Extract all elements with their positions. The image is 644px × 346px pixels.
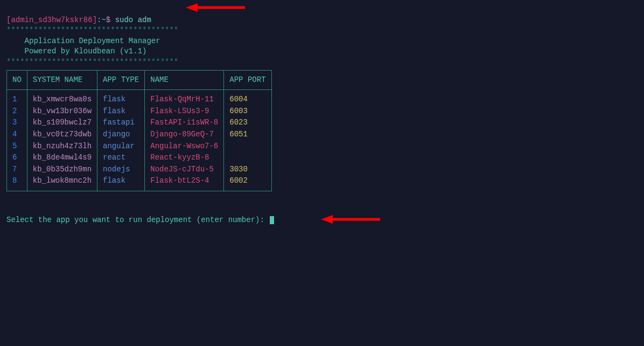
cell-system: kb_nzuh4z73lh	[27, 141, 97, 153]
header-port: APP PORT	[224, 70, 271, 90]
cell-port: 6023	[224, 117, 271, 129]
cell-port: 6051	[224, 129, 271, 141]
cell-no: 5	[7, 141, 27, 153]
cell-name: Flask-btL2S-4	[145, 175, 224, 191]
cell-system: kb_lwok8mnc2h	[27, 175, 97, 191]
table-row[interactable]: 2kb_vw13br036wflaskFlask-LSUs3-96003	[7, 106, 272, 117]
shell-prompt: [admin_sd3hw7kskr86]:~$ sudo adm	[6, 4, 638, 25]
cell-no: 4	[7, 129, 27, 141]
select-prompt-line: Select the app you want to run deploymen…	[6, 205, 638, 226]
cell-port	[224, 152, 271, 164]
banner-stars-bottom: **************************************	[6, 57, 638, 68]
cell-no: 8	[7, 175, 27, 191]
cell-port: 6004	[224, 90, 271, 106]
cell-port: 6003	[224, 106, 271, 117]
cell-name: FastAPI-i1sWR-8	[145, 117, 224, 129]
table-row[interactable]: 7kb_0b35dzh9mnnodejsNodeJS-cJTdu-53030	[7, 164, 272, 176]
cell-name: Angular-Wswo7-6	[145, 141, 224, 153]
cell-no: 6	[7, 152, 27, 164]
table-header-row: NO SYSTEM NAME APP TYPE NAME APP PORT	[7, 70, 272, 90]
cell-apptype: react	[97, 152, 145, 164]
cell-name: React-kyyzB-8	[145, 152, 224, 164]
prompt-dollar: $	[106, 16, 115, 24]
cell-name: NodeJS-cJTdu-5	[145, 164, 224, 176]
table-row[interactable]: 4kb_vc0tz73dwbdjangoDjango-89GeQ-76051	[7, 129, 272, 141]
cell-system: kb_s109bwclz7	[27, 117, 97, 129]
table-row[interactable]: 8kb_lwok8mnc2hflaskFlask-btL2S-46002	[7, 175, 272, 191]
cell-apptype: angular	[97, 141, 145, 153]
cell-system: kb_8de4mwl4s9	[27, 152, 97, 164]
cell-system: kb_vw13br036w	[27, 106, 97, 117]
prompt-separator: :~	[97, 16, 106, 24]
cell-system: kb_xmwcr8wa0s	[27, 90, 97, 106]
header-apptype: APP TYPE	[97, 70, 145, 90]
cell-apptype: nodejs	[97, 164, 145, 176]
cell-no: 1	[7, 90, 27, 106]
cell-apptype: flask	[97, 106, 145, 117]
prompt-user: [admin_sd3hw7kskr86]	[6, 16, 97, 24]
cell-port: 6002	[224, 175, 271, 191]
select-prompt-text: Select the app you want to run deploymen…	[6, 216, 269, 224]
table-row[interactable]: 6kb_8de4mwl4s9reactReact-kyyzB-8	[7, 152, 272, 164]
cell-name: Flask-QqMrH-11	[145, 90, 224, 106]
cell-no: 3	[7, 117, 27, 129]
cell-system: kb_0b35dzh9mn	[27, 164, 97, 176]
cursor-icon[interactable]	[270, 216, 274, 224]
cell-port: 3030	[224, 164, 271, 176]
cell-no: 7	[7, 164, 27, 176]
cell-name: Django-89GeQ-7	[145, 129, 224, 141]
prompt-command[interactable]: sudo adm	[115, 16, 151, 24]
cell-port	[224, 141, 271, 153]
cell-name: Flask-LSUs3-9	[145, 106, 224, 117]
table-row[interactable]: 5kb_nzuh4z73lhangularAngular-Wswo7-6	[7, 141, 272, 153]
table-row[interactable]: 3kb_s109bwclz7fastapiFastAPI-i1sWR-86023	[7, 117, 272, 129]
cell-apptype: fastapi	[97, 117, 145, 129]
cell-apptype: flask	[97, 175, 145, 191]
header-system: SYSTEM NAME	[27, 70, 97, 90]
header-no: NO	[7, 70, 27, 90]
cell-no: 2	[7, 106, 27, 117]
cell-apptype: django	[97, 129, 145, 141]
banner-title: Application Deployment Manager	[6, 36, 638, 47]
banner-subtitle: Powered by Kloudbean (v1.1)	[6, 46, 638, 57]
cell-system: kb_vc0tz73dwb	[27, 129, 97, 141]
header-name: NAME	[145, 70, 224, 90]
table-row[interactable]: 1kb_xmwcr8wa0sflaskFlask-QqMrH-116004	[7, 90, 272, 106]
apps-table: NO SYSTEM NAME APP TYPE NAME APP PORT 1k…	[6, 70, 272, 191]
banner-stars-top: **************************************	[6, 25, 638, 36]
cell-apptype: flask	[97, 90, 145, 106]
